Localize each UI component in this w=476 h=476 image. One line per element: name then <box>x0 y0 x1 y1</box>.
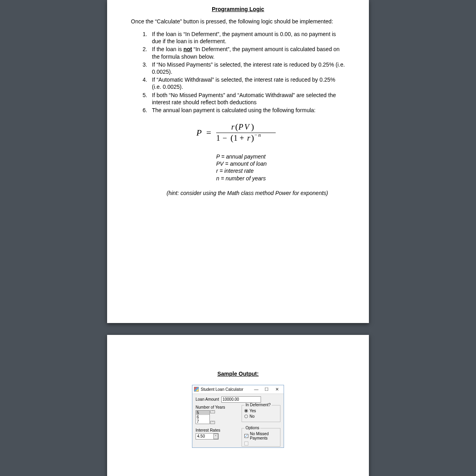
section-heading: Programming Logic <box>131 6 345 12</box>
legend-pv: PV = amount of loan <box>216 160 345 167</box>
options-group: Options No Missed Payments <box>242 428 280 447</box>
interest-label: Interest Rates <box>196 428 234 432</box>
svg-text:−: − <box>223 134 227 142</box>
legend-p: P = annual payment <box>216 153 345 160</box>
loan-amount-label: Loan Amount <box>196 397 219 401</box>
rule-item: If the loan is “In Deferment”, the payme… <box>149 31 345 45</box>
rule-item: The annual loan payment is calculated us… <box>149 107 345 114</box>
deferment-yes-radio[interactable]: Yes <box>244 409 278 413</box>
svg-text:1: 1 <box>216 134 220 142</box>
app-icon <box>194 387 199 392</box>
svg-text:+: + <box>240 134 244 142</box>
loan-amount-input[interactable]: 10000.00 <box>221 396 261 403</box>
window-body: Loan Amount 10000.00 Number of Years 5 6… <box>192 394 284 447</box>
hint-text: (hint: consider using the Math class met… <box>167 190 345 196</box>
deferment-no-radio[interactable]: No <box>244 414 278 419</box>
minimize-button[interactable]: — <box>251 387 261 392</box>
formula-legend: P = annual payment PV = amount of loan r… <box>216 153 345 182</box>
document-page-2: Sample Output: Student Loan Calculator —… <box>107 335 369 476</box>
checkbox-label: No Missed Payments <box>250 432 278 440</box>
years-updown[interactable]: ˄ ˅ <box>210 410 215 424</box>
svg-text:): ) <box>251 122 254 132</box>
legend-n: n = number of years <box>216 175 345 182</box>
radio-label: No <box>250 414 255 419</box>
intro-text: Once the “Calculate” button is pressed, … <box>131 18 345 25</box>
years-listbox[interactable]: 5 6 7 <box>196 410 210 424</box>
svg-text:=: = <box>206 128 211 138</box>
svg-text:r: r <box>247 134 250 142</box>
rule-item: If the loan is not “In Deferment”, the p… <box>149 46 345 60</box>
rule-item: If “Automatic Withdrawal” is selected, t… <box>149 76 345 90</box>
interest-dropdown[interactable]: 4.50 ˅ <box>196 433 219 440</box>
document-page-1: Programming Logic Once the “Calculate” b… <box>107 0 369 323</box>
auto-withdrawal-checkbox[interactable] <box>244 442 278 445</box>
checkbox-icon <box>244 442 248 445</box>
formula: P = r ( P V ) 1 − ( 1 + r ) − n <box>131 122 345 145</box>
loan-amount-value: 10000.00 <box>223 397 239 401</box>
svg-text:V: V <box>244 122 250 131</box>
chevron-up-icon[interactable]: ˄ <box>210 410 215 413</box>
list-item[interactable]: 7 <box>196 419 209 424</box>
svg-text:(: ( <box>230 133 233 143</box>
options-title: Options <box>244 426 260 430</box>
radio-icon <box>244 409 248 413</box>
list-item[interactable]: 5 <box>196 411 209 415</box>
deferment-title: In Deferment? <box>244 403 272 407</box>
list-item[interactable]: 6 <box>196 415 209 419</box>
rule-item: If “No Missed Payments” is selected, the… <box>149 61 345 75</box>
svg-text:P: P <box>238 122 243 131</box>
sample-output-heading: Sample Output: <box>131 371 345 377</box>
svg-text:P: P <box>196 128 202 138</box>
svg-text:n: n <box>258 132 261 138</box>
legend-r: r = interest rate <box>216 167 345 174</box>
sample-window: Student Loan Calculator — ☐ ✕ Loan Amoun… <box>192 385 284 448</box>
no-missed-checkbox[interactable]: No Missed Payments <box>244 432 278 440</box>
svg-text:): ) <box>251 133 254 143</box>
radio-label: Yes <box>250 409 256 413</box>
svg-text:(: ( <box>235 122 238 132</box>
checkbox-icon <box>244 434 248 438</box>
svg-text:1: 1 <box>234 134 238 142</box>
chevron-down-icon: ˅ <box>213 434 218 439</box>
window-title: Student Loan Calculator <box>201 387 251 392</box>
rule-item: If both “No Missed Payments” and “Automa… <box>149 92 345 106</box>
rules-list: If the loan is “In Deferment”, the payme… <box>131 31 345 114</box>
titlebar: Student Loan Calculator — ☐ ✕ <box>192 385 284 394</box>
years-label: Number of Years <box>196 405 234 409</box>
interest-value: 4.50 <box>197 434 205 438</box>
svg-text:r: r <box>231 122 234 131</box>
chevron-down-icon[interactable]: ˅ <box>210 421 215 424</box>
deferment-group: In Deferment? Yes No <box>242 405 280 422</box>
radio-icon <box>244 415 248 418</box>
emphasis-not: not <box>183 46 192 52</box>
close-button[interactable]: ✕ <box>272 387 282 392</box>
svg-text:−: − <box>254 132 257 138</box>
maximize-button[interactable]: ☐ <box>261 387 272 392</box>
